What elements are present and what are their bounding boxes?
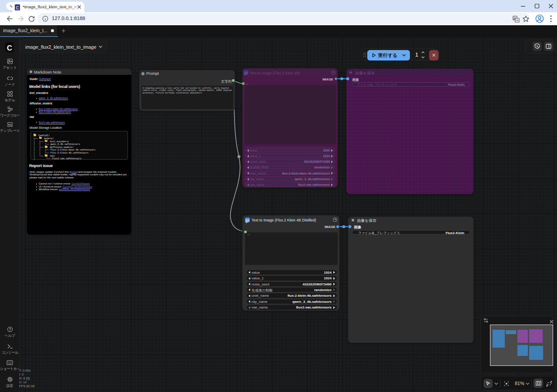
- svg-text:C: C: [16, 6, 19, 10]
- svg-text:C: C: [7, 44, 12, 52]
- svg-text:A: A: [516, 18, 518, 22]
